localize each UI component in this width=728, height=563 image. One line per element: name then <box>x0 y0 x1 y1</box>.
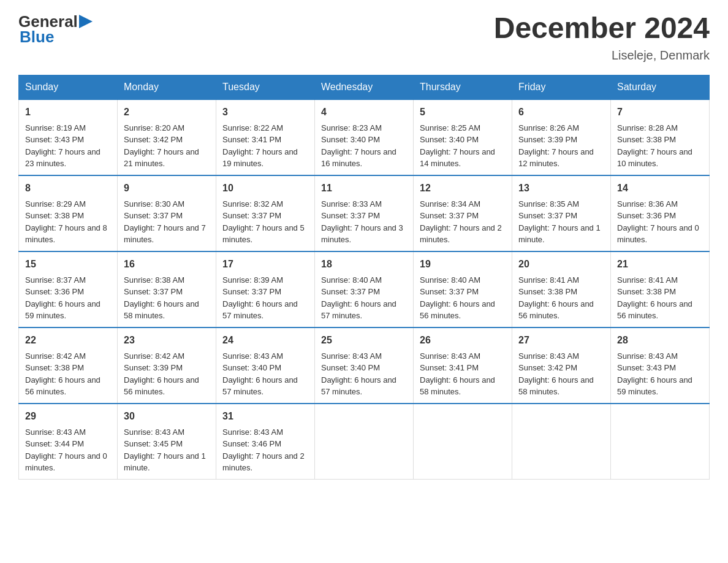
day-info: Sunrise: 8:32 AMSunset: 3:37 PMDaylight:… <box>222 198 308 246</box>
header-day-tuesday: Tuesday <box>216 75 315 99</box>
day-cell-21: 21Sunrise: 8:41 AMSunset: 3:38 PMDayligh… <box>611 251 710 327</box>
day-number: 7 <box>617 105 703 120</box>
day-cell-3: 3Sunrise: 8:22 AMSunset: 3:41 PMDaylight… <box>216 99 315 175</box>
day-info: Sunrise: 8:43 AMSunset: 3:40 PMDaylight:… <box>321 350 407 398</box>
page-header: General Blue December 2024 Liseleje, Den… <box>18 12 710 63</box>
day-number: 29 <box>25 409 111 424</box>
day-number: 6 <box>518 105 604 120</box>
day-number: 12 <box>420 181 506 196</box>
day-cell-5: 5Sunrise: 8:25 AMSunset: 3:40 PMDaylight… <box>414 99 512 175</box>
day-cell-13: 13Sunrise: 8:35 AMSunset: 3:37 PMDayligh… <box>512 175 611 251</box>
day-number: 20 <box>518 257 604 272</box>
day-cell-22: 22Sunrise: 8:42 AMSunset: 3:38 PMDayligh… <box>19 327 118 404</box>
day-info: Sunrise: 8:40 AMSunset: 3:37 PMDaylight:… <box>420 274 506 322</box>
week-row-5: 29Sunrise: 8:43 AMSunset: 3:44 PMDayligh… <box>19 404 710 480</box>
day-number: 4 <box>321 105 407 120</box>
day-info: Sunrise: 8:41 AMSunset: 3:38 PMDaylight:… <box>518 274 604 322</box>
logo-arrow-icon <box>79 15 93 28</box>
day-info: Sunrise: 8:43 AMSunset: 3:46 PMDaylight:… <box>222 426 308 474</box>
day-info: Sunrise: 8:25 AMSunset: 3:40 PMDaylight:… <box>420 122 506 170</box>
title-section: December 2024 Liseleje, Denmark <box>494 12 710 63</box>
calendar-subtitle: Liseleje, Denmark <box>494 48 710 63</box>
calendar-table: SundayMondayTuesdayWednesdayThursdayFrid… <box>18 75 710 480</box>
day-cell-25: 25Sunrise: 8:43 AMSunset: 3:40 PMDayligh… <box>315 327 414 404</box>
day-info: Sunrise: 8:20 AMSunset: 3:42 PMDaylight:… <box>124 122 210 170</box>
day-info: Sunrise: 8:43 AMSunset: 3:44 PMDaylight:… <box>25 426 111 474</box>
day-info: Sunrise: 8:42 AMSunset: 3:38 PMDaylight:… <box>25 350 111 398</box>
calendar-title: December 2024 <box>494 12 710 45</box>
day-number: 14 <box>617 181 703 196</box>
day-cell-11: 11Sunrise: 8:33 AMSunset: 3:37 PMDayligh… <box>315 175 414 251</box>
day-cell-20: 20Sunrise: 8:41 AMSunset: 3:38 PMDayligh… <box>512 251 611 327</box>
day-number: 5 <box>420 105 506 120</box>
day-info: Sunrise: 8:37 AMSunset: 3:36 PMDaylight:… <box>25 274 111 322</box>
day-number: 10 <box>222 181 308 196</box>
header-day-sunday: Sunday <box>19 75 118 99</box>
day-number: 2 <box>124 105 210 120</box>
day-cell-18: 18Sunrise: 8:40 AMSunset: 3:37 PMDayligh… <box>315 251 414 327</box>
day-info: Sunrise: 8:43 AMSunset: 3:40 PMDaylight:… <box>222 350 308 398</box>
day-info: Sunrise: 8:35 AMSunset: 3:37 PMDaylight:… <box>518 198 604 246</box>
day-number: 3 <box>222 105 308 120</box>
day-number: 16 <box>124 257 210 272</box>
day-cell-24: 24Sunrise: 8:43 AMSunset: 3:40 PMDayligh… <box>216 327 315 404</box>
empty-cell <box>611 404 710 480</box>
day-info: Sunrise: 8:40 AMSunset: 3:37 PMDaylight:… <box>321 274 407 322</box>
day-number: 23 <box>124 333 210 348</box>
day-info: Sunrise: 8:34 AMSunset: 3:37 PMDaylight:… <box>420 198 506 246</box>
day-number: 30 <box>124 409 210 424</box>
day-info: Sunrise: 8:30 AMSunset: 3:37 PMDaylight:… <box>124 198 210 246</box>
day-number: 19 <box>420 257 506 272</box>
logo: General Blue <box>18 12 93 47</box>
day-number: 11 <box>321 181 407 196</box>
day-number: 8 <box>25 181 111 196</box>
day-cell-28: 28Sunrise: 8:43 AMSunset: 3:43 PMDayligh… <box>611 327 710 404</box>
day-number: 27 <box>518 333 604 348</box>
day-number: 15 <box>25 257 111 272</box>
day-cell-10: 10Sunrise: 8:32 AMSunset: 3:37 PMDayligh… <box>216 175 315 251</box>
day-cell-19: 19Sunrise: 8:40 AMSunset: 3:37 PMDayligh… <box>414 251 512 327</box>
day-info: Sunrise: 8:43 AMSunset: 3:41 PMDaylight:… <box>420 350 506 398</box>
day-info: Sunrise: 8:39 AMSunset: 3:37 PMDaylight:… <box>222 274 308 322</box>
day-cell-31: 31Sunrise: 8:43 AMSunset: 3:46 PMDayligh… <box>216 404 315 480</box>
day-info: Sunrise: 8:42 AMSunset: 3:39 PMDaylight:… <box>124 350 210 398</box>
day-number: 31 <box>222 409 308 424</box>
empty-cell <box>315 404 414 480</box>
day-cell-8: 8Sunrise: 8:29 AMSunset: 3:38 PMDaylight… <box>19 175 118 251</box>
day-cell-15: 15Sunrise: 8:37 AMSunset: 3:36 PMDayligh… <box>19 251 118 327</box>
day-cell-1: 1Sunrise: 8:19 AMSunset: 3:43 PMDaylight… <box>19 99 118 175</box>
logo-text-blue: Blue <box>20 28 54 47</box>
day-number: 17 <box>222 257 308 272</box>
day-cell-27: 27Sunrise: 8:43 AMSunset: 3:42 PMDayligh… <box>512 327 611 404</box>
day-info: Sunrise: 8:38 AMSunset: 3:37 PMDaylight:… <box>124 274 210 322</box>
header-day-thursday: Thursday <box>414 75 512 99</box>
day-number: 26 <box>420 333 506 348</box>
day-info: Sunrise: 8:26 AMSunset: 3:39 PMDaylight:… <box>518 122 604 170</box>
header-day-wednesday: Wednesday <box>315 75 414 99</box>
day-cell-7: 7Sunrise: 8:28 AMSunset: 3:38 PMDaylight… <box>611 99 710 175</box>
week-row-3: 15Sunrise: 8:37 AMSunset: 3:36 PMDayligh… <box>19 251 710 327</box>
day-number: 13 <box>518 181 604 196</box>
day-info: Sunrise: 8:33 AMSunset: 3:37 PMDaylight:… <box>321 198 407 246</box>
week-row-1: 1Sunrise: 8:19 AMSunset: 3:43 PMDaylight… <box>19 99 710 175</box>
week-row-4: 22Sunrise: 8:42 AMSunset: 3:38 PMDayligh… <box>19 327 710 404</box>
header-day-monday: Monday <box>118 75 216 99</box>
day-info: Sunrise: 8:23 AMSunset: 3:40 PMDaylight:… <box>321 122 407 170</box>
day-cell-17: 17Sunrise: 8:39 AMSunset: 3:37 PMDayligh… <box>216 251 315 327</box>
header-day-friday: Friday <box>512 75 611 99</box>
day-info: Sunrise: 8:43 AMSunset: 3:42 PMDaylight:… <box>518 350 604 398</box>
day-number: 9 <box>124 181 210 196</box>
day-cell-6: 6Sunrise: 8:26 AMSunset: 3:39 PMDaylight… <box>512 99 611 175</box>
day-info: Sunrise: 8:43 AMSunset: 3:43 PMDaylight:… <box>617 350 703 398</box>
svg-marker-0 <box>79 15 93 28</box>
day-cell-14: 14Sunrise: 8:36 AMSunset: 3:36 PMDayligh… <box>611 175 710 251</box>
day-info: Sunrise: 8:29 AMSunset: 3:38 PMDaylight:… <box>25 198 111 246</box>
week-row-2: 8Sunrise: 8:29 AMSunset: 3:38 PMDaylight… <box>19 175 710 251</box>
day-cell-29: 29Sunrise: 8:43 AMSunset: 3:44 PMDayligh… <box>19 404 118 480</box>
day-cell-9: 9Sunrise: 8:30 AMSunset: 3:37 PMDaylight… <box>118 175 216 251</box>
day-info: Sunrise: 8:28 AMSunset: 3:38 PMDaylight:… <box>617 122 703 170</box>
day-cell-16: 16Sunrise: 8:38 AMSunset: 3:37 PMDayligh… <box>118 251 216 327</box>
day-number: 22 <box>25 333 111 348</box>
day-cell-2: 2Sunrise: 8:20 AMSunset: 3:42 PMDaylight… <box>118 99 216 175</box>
day-number: 28 <box>617 333 703 348</box>
